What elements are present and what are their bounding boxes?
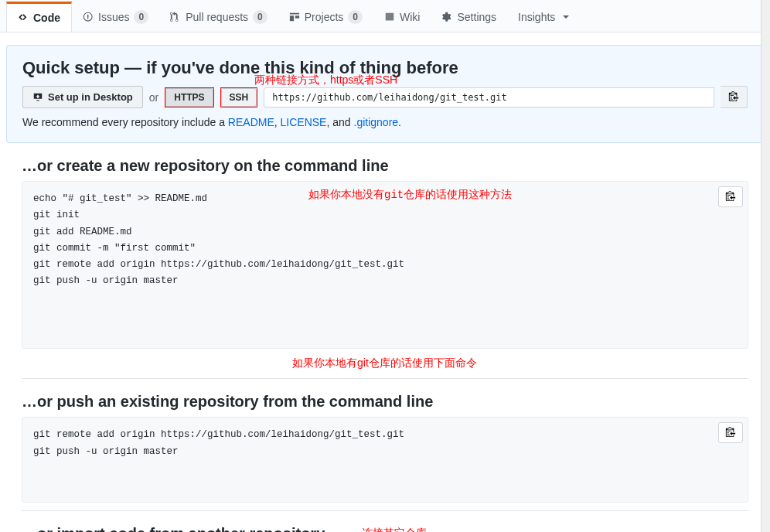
- tab-settings-label: Settings: [457, 11, 496, 23]
- tab-projects[interactable]: Projects 0: [278, 0, 373, 32]
- push-repo-section: …or push an existing repository from the…: [6, 379, 764, 510]
- gitignore-link[interactable]: .gitignore: [354, 116, 399, 128]
- clipboard-icon: [728, 90, 739, 101]
- create-repo-code[interactable]: echo "# git_test" >> README.md git init …: [22, 181, 748, 349]
- copy-url-button[interactable]: [721, 86, 748, 108]
- issues-count: 0: [134, 10, 148, 24]
- book-icon: [384, 12, 395, 22]
- pull-request-icon: [170, 12, 181, 22]
- tab-issues-label: Issues: [98, 11, 129, 23]
- setup-desktop-label: Set up in Desktop: [48, 91, 133, 103]
- tab-wiki[interactable]: Wiki: [373, 1, 431, 31]
- create-repo-title: …or create a new repository on the comma…: [22, 157, 748, 175]
- tab-code-label: Code: [33, 12, 60, 24]
- desktop-download-icon: [32, 92, 43, 103]
- tab-code[interactable]: Code: [6, 2, 72, 32]
- tab-pulls[interactable]: Pull requests 0: [159, 0, 278, 32]
- clone-row: Set up in Desktop or HTTPS SSH 两种链接方式，ht…: [22, 86, 748, 108]
- https-button[interactable]: HTTPS: [165, 88, 213, 107]
- readme-link[interactable]: README: [228, 116, 274, 128]
- quick-setup-box: Quick setup — if you've done this kind o…: [6, 45, 764, 143]
- copy-push-button[interactable]: [718, 422, 743, 443]
- ssh-button[interactable]: SSH: [221, 88, 257, 107]
- gear-icon: [441, 12, 452, 22]
- tab-pulls-label: Pull requests: [186, 11, 248, 23]
- recommend-text: We recommend every repository include a …: [22, 116, 748, 128]
- annotation-has-repo: 如果你本地有git仓库的话使用下面命令: [22, 356, 748, 370]
- pulls-count: 0: [253, 10, 267, 24]
- tab-issues[interactable]: Issues 0: [72, 0, 159, 32]
- push-repo-title: …or push an existing repository from the…: [22, 393, 748, 411]
- tab-insights-label: Insights: [518, 11, 555, 23]
- project-icon: [289, 12, 300, 22]
- push-repo-code-text: git remote add origin https://github.com…: [33, 429, 404, 456]
- copy-create-button[interactable]: [718, 186, 743, 207]
- create-repo-code-text: echo "# git_test" >> README.md git init …: [33, 193, 404, 286]
- tab-wiki-label: Wiki: [400, 11, 420, 23]
- tab-projects-label: Projects: [305, 11, 344, 23]
- main-content: Quick setup — if you've done this kind o…: [0, 45, 770, 532]
- protocol-group-ssh: SSH: [220, 87, 258, 107]
- code-icon: [18, 12, 29, 23]
- setup-desktop-button[interactable]: Set up in Desktop: [22, 86, 143, 108]
- annotation-no-repo: 如果你本地没有git仓库的话使用这种方法: [308, 186, 512, 205]
- protocol-group: HTTPS: [165, 87, 213, 107]
- scrollbar[interactable]: [761, 0, 770, 532]
- tab-insights[interactable]: Insights: [507, 1, 580, 31]
- projects-count: 0: [348, 10, 363, 24]
- clone-url-input[interactable]: [264, 87, 714, 107]
- annotation-import: 连接其它仓库: [362, 527, 427, 532]
- issue-icon: [83, 12, 94, 22]
- push-repo-code[interactable]: git remote add origin https://github.com…: [22, 417, 748, 503]
- import-section: 连接其它仓库 …or import code from another repo…: [6, 511, 764, 532]
- create-repo-section: …or create a new repository on the comma…: [6, 143, 764, 378]
- license-link[interactable]: LICENSE: [281, 116, 327, 128]
- caret-down-icon: [563, 15, 569, 19]
- tab-settings[interactable]: Settings: [431, 1, 507, 31]
- recommend-pre: We recommend every repository include a: [22, 116, 228, 128]
- annotation-protocol: 两种链接方式，https或者SSH: [254, 73, 397, 87]
- or-text: or: [149, 91, 158, 104]
- repo-tabnav: Code Issues 0 Pull requests 0 Projects 0…: [0, 0, 770, 32]
